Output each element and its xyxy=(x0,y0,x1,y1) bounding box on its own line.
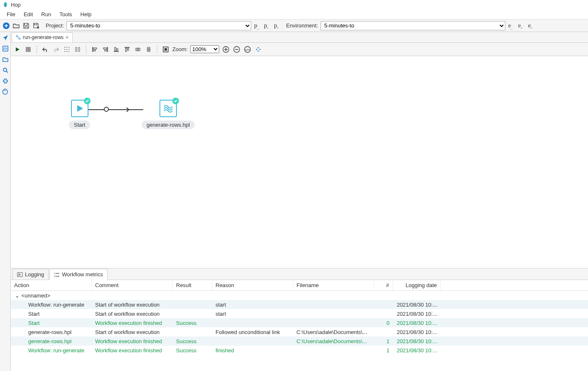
menu-bar: File Edit Run Tools Help xyxy=(0,9,588,20)
link-arrow-icon xyxy=(123,106,131,114)
table-row[interactable]: generate-rows.hplWorkflow execution fini… xyxy=(11,337,588,346)
table-row[interactable]: StartStart of workflow executionstart202… xyxy=(11,309,588,318)
editor-toolbar: Zoom: 100% 100% xyxy=(11,43,588,56)
project-edit-button[interactable]: p_ xyxy=(252,21,261,30)
menu-help[interactable]: Help xyxy=(76,10,96,19)
menu-tools[interactable]: Tools xyxy=(55,10,76,19)
svg-rect-27 xyxy=(147,47,150,49)
undo-button[interactable] xyxy=(41,45,49,54)
svg-rect-25 xyxy=(136,48,137,51)
metrics-table: Action Comment Result Reason Filename # … xyxy=(11,280,588,371)
search-icon[interactable] xyxy=(1,66,10,74)
workflow-icon xyxy=(15,34,21,40)
table-row[interactable]: generate-rows.hplStart of workflow execu… xyxy=(11,327,588,337)
svg-point-16 xyxy=(69,51,69,52)
svg-rect-26 xyxy=(139,48,140,51)
align-left-button[interactable] xyxy=(91,45,99,54)
plugin-icon[interactable] xyxy=(1,77,10,85)
project-delete-button[interactable]: p× xyxy=(272,21,281,30)
open-button[interactable] xyxy=(12,21,21,30)
align-top-button[interactable] xyxy=(112,45,120,54)
pipeline-icon xyxy=(162,103,174,114)
file-explorer-icon[interactable] xyxy=(1,55,10,64)
svg-text:1: 1 xyxy=(54,272,56,275)
zoom-in-button[interactable] xyxy=(222,45,230,54)
menu-edit[interactable]: Edit xyxy=(20,10,37,19)
svg-rect-24 xyxy=(127,48,129,50)
svg-rect-17 xyxy=(93,48,97,49)
align-right-button[interactable] xyxy=(101,45,110,54)
menu-file[interactable]: File xyxy=(2,10,20,19)
column-comment[interactable]: Comment xyxy=(92,280,173,290)
svg-point-10 xyxy=(69,47,69,48)
svg-point-11 xyxy=(64,49,65,50)
table-row[interactable]: Workflow: run-generateWorkflow execution… xyxy=(11,346,588,355)
start-node[interactable]: Start xyxy=(69,100,90,129)
metadata-icon[interactable] xyxy=(1,44,10,53)
svg-rect-19 xyxy=(103,48,107,49)
table-row[interactable]: StartWorkflow execution finishedSuccess0… xyxy=(11,318,588,327)
align-bottom-button[interactable] xyxy=(123,45,131,54)
svg-point-12 xyxy=(66,49,67,50)
column-result[interactable]: Result xyxy=(173,280,212,290)
reload-icon[interactable] xyxy=(1,88,10,96)
redo-button[interactable] xyxy=(52,45,60,54)
log-icon xyxy=(17,272,23,278)
table-row[interactable]: Workflow: run-generateStart of workflow … xyxy=(11,300,588,309)
main-toolbar: Project: 5-minutes-to p_ p+ p× Environme… xyxy=(0,20,588,32)
link-hop-icon[interactable] xyxy=(104,107,109,112)
svg-rect-21 xyxy=(115,47,116,51)
zoom-fit-button[interactable] xyxy=(254,45,262,54)
svg-rect-30 xyxy=(164,48,167,51)
environment-delete-button[interactable]: e× xyxy=(526,21,535,30)
project-select[interactable]: 5-minutes-to xyxy=(66,21,251,30)
close-tab-icon[interactable]: ✕ xyxy=(65,35,69,40)
logging-tab[interactable]: Logging xyxy=(12,269,49,280)
snap-grid-button[interactable] xyxy=(63,45,71,54)
column-reason[interactable]: Reason xyxy=(212,280,293,290)
tree-group-row[interactable]: ⌄ <unnamed> xyxy=(11,291,588,300)
environment-add-button[interactable]: e+ xyxy=(516,21,525,30)
editor-tabs: run-generate-rows ✕ xyxy=(11,32,588,43)
metrics-rows: ⌄ <unnamed> Workflow: run-generateStart … xyxy=(11,291,588,355)
zoom-select[interactable]: 100% xyxy=(190,45,219,53)
distribute-v-button[interactable] xyxy=(145,45,153,54)
save-as-button[interactable] xyxy=(32,21,41,30)
zoom-out-button[interactable] xyxy=(233,45,241,54)
metrics-tab[interactable]: 12 Workflow metrics xyxy=(49,269,108,280)
align-button[interactable] xyxy=(74,45,82,54)
zoom-100-button[interactable]: 100% xyxy=(243,45,252,54)
save-button[interactable] xyxy=(22,21,31,30)
column-action[interactable]: Action xyxy=(11,280,92,290)
svg-point-6 xyxy=(19,38,20,39)
environment-select[interactable]: 5-minutes-to xyxy=(321,21,505,30)
svg-rect-18 xyxy=(93,50,96,51)
project-label: Project: xyxy=(42,22,66,29)
editor-tab-label: run-generate-rows xyxy=(23,34,64,40)
environment-edit-button[interactable]: e_ xyxy=(506,21,515,30)
svg-point-5 xyxy=(16,35,18,37)
play-icon xyxy=(75,103,85,113)
svg-point-9 xyxy=(66,47,67,48)
fit-button[interactable] xyxy=(162,45,170,54)
pipeline-node[interactable]: generate-rows.hpl xyxy=(142,100,195,129)
tree-toggle-icon[interactable]: ⌄ xyxy=(14,292,20,299)
project-add-button[interactable]: p+ xyxy=(262,21,271,30)
distribute-h-button[interactable] xyxy=(134,45,142,54)
navigate-icon[interactable] xyxy=(1,34,10,42)
run-button[interactable] xyxy=(13,45,22,54)
svg-text:2: 2 xyxy=(54,275,56,278)
link-line xyxy=(88,109,143,110)
column-num[interactable]: # xyxy=(374,280,393,290)
bottom-panel: Logging 12 Workflow metrics Action Comme… xyxy=(11,268,588,371)
editor-tab-active[interactable]: run-generate-rows ✕ xyxy=(12,32,73,42)
new-button[interactable] xyxy=(2,21,11,30)
stop-button[interactable] xyxy=(24,45,32,54)
left-rail xyxy=(0,32,11,371)
column-date[interactable]: Logging date xyxy=(393,280,441,290)
column-filename[interactable]: Filename xyxy=(293,280,374,290)
svg-rect-20 xyxy=(105,50,107,51)
metrics-icon: 12 xyxy=(54,272,60,278)
menu-run[interactable]: Run xyxy=(37,10,55,19)
workflow-canvas[interactable]: Start generate-rows.hpl xyxy=(11,56,588,268)
